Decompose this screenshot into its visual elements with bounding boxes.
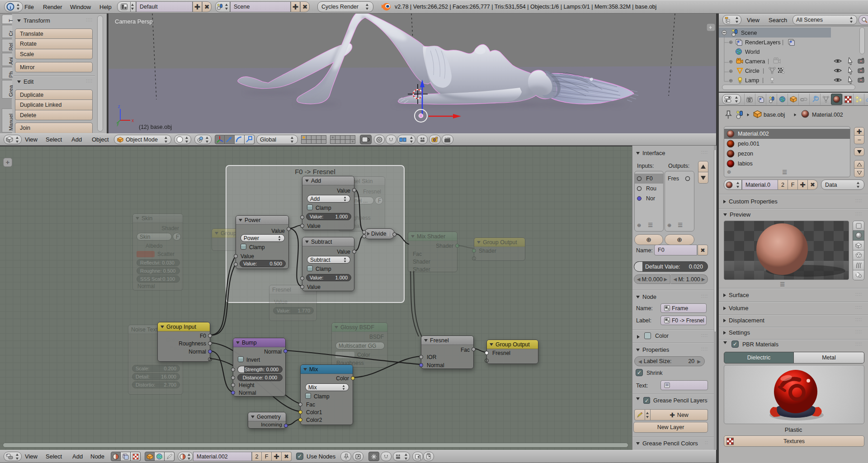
svg-text:z: z bbox=[118, 104, 120, 109]
svg-text:+: + bbox=[709, 24, 712, 31]
svg-text:i: i bbox=[9, 5, 11, 10]
svg-text:y: y bbox=[117, 121, 119, 126]
svg-text:x: x bbox=[132, 118, 134, 123]
svg-text:(12) base.obj: (12) base.obj bbox=[139, 124, 172, 130]
svg-text:Camera Persp: Camera Persp bbox=[115, 18, 153, 25]
